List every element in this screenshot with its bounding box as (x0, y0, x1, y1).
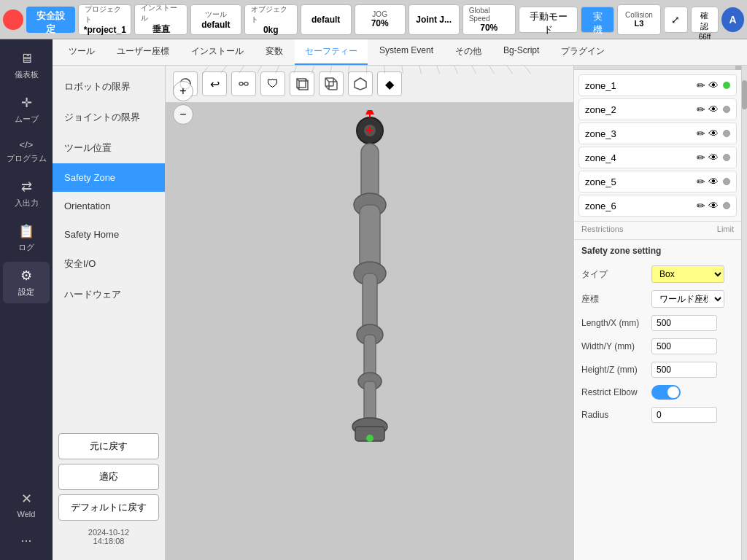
tool-undo-btn[interactable]: ↩ (202, 71, 227, 96)
sidebar-item-orientation[interactable]: Orientation (53, 192, 165, 220)
tab-tool[interactable]: ツール (58, 39, 105, 65)
zone-6-status-dot (723, 202, 730, 209)
tab-variable[interactable]: 変数 (255, 39, 293, 65)
apply-button[interactable]: 適応 (58, 464, 159, 490)
install-group[interactable]: インストール 垂直 (134, 4, 187, 35)
avatar-button[interactable]: A (721, 7, 744, 32)
sidebar-item-tool-position[interactable]: ツール位置 (53, 133, 165, 163)
object-value: 0kg (263, 25, 279, 35)
jikki-button[interactable]: 実機 (581, 7, 614, 33)
tool-cube2-btn[interactable] (319, 71, 344, 96)
project-value: *project_1 (84, 25, 126, 35)
sidebar-item-program[interactable]: </> プログラム (3, 133, 50, 170)
sidebar-item-safety-zone[interactable]: Safety Zone (53, 163, 165, 192)
sidebar-item-io[interactable]: ⇄ 入出力 (3, 173, 50, 214)
sidebar-item-safety-io[interactable]: 安全I/O (53, 249, 165, 279)
sidebar-item-safety-home[interactable]: Safety Home (53, 220, 165, 249)
fullscreen-icon[interactable]: ⤢ (664, 7, 688, 33)
tool-link-btn[interactable] (231, 71, 256, 96)
tab-other[interactable]: その他 (445, 39, 492, 65)
zoom-in-button[interactable]: + (173, 81, 193, 101)
tab-plugin[interactable]: プラグイン (551, 39, 615, 65)
sidebar-item-log[interactable]: 📋 ログ (3, 217, 50, 259)
zone-2-edit-button[interactable]: ✏ (695, 102, 707, 117)
object-group[interactable]: オブジェクト 0kg (244, 4, 298, 35)
zone-item-1: zone_1 ✏ 👁 (578, 74, 737, 96)
radius-input[interactable] (651, 407, 717, 423)
main-layout: 🖥 儀表板 ✛ ムーブ </> プログラム ⇄ 入出力 📋 ログ ⚙ 設定 ✕ … (0, 39, 747, 560)
length-input[interactable] (651, 315, 717, 331)
zone-4-eye-button[interactable]: 👁 (707, 150, 720, 165)
type-setting-row: タイプ Box (574, 262, 741, 287)
log-icon: 📋 (18, 223, 34, 239)
sidebar-item-move[interactable]: ✛ ムーブ (3, 89, 50, 131)
sidebar-item-more[interactable]: ··· (3, 527, 50, 554)
zone-6-eye-button[interactable]: 👁 (707, 198, 720, 213)
object-label: オブジェクト (251, 4, 291, 25)
vertical-scrollbar[interactable] (741, 66, 747, 560)
jog-value: 70% (371, 18, 389, 28)
radius-setting-row: Radius (574, 403, 741, 427)
restrict-elbow-toggle[interactable] (651, 385, 681, 400)
height-input[interactable] (651, 362, 717, 378)
project-label: プロジェクト (85, 4, 125, 25)
global-speed-group[interactable]: Global Speed 70% (462, 4, 516, 35)
zone-3-eye-button[interactable]: 👁 (707, 126, 720, 141)
tool-group[interactable]: ツール default (190, 4, 241, 35)
project-group[interactable]: プロジェクト *project_1 (78, 4, 131, 35)
zoom-out-button[interactable]: − (173, 104, 193, 125)
sidebar-item-dashboard[interactable]: 🖥 儀表板 (3, 45, 50, 86)
default-button[interactable]: デフォルトに戻す (58, 494, 159, 521)
zone-item-4: zone_4 ✏ 👁 (578, 147, 737, 168)
zone-5-eye-button[interactable]: 👁 (707, 174, 720, 189)
coord-select[interactable]: ワールド座標 (651, 290, 724, 308)
jog2-value: Joint J... (416, 15, 452, 25)
record-button[interactable] (3, 9, 23, 30)
sidebar-item-joint-limits[interactable]: ジョイントの限界 (53, 102, 165, 133)
jog-group[interactable]: JOG 70% (355, 4, 406, 35)
width-label: Width/Y (mm) (581, 341, 647, 351)
sidebar-item-settings[interactable]: ⚙ 設定 (3, 262, 50, 303)
zone-2-eye-button[interactable]: 👁 (707, 102, 720, 117)
zone-5-edit-button[interactable]: ✏ (695, 174, 707, 189)
tool-diamond-btn[interactable]: ◆ (377, 71, 402, 96)
more-icon: ··· (20, 533, 31, 548)
zone-1-edit-button[interactable]: ✏ (695, 78, 707, 93)
tool-cube3-btn[interactable] (348, 71, 373, 96)
viewport: ↩ 🛡 ◆ (166, 66, 573, 560)
collision-value: L3 (635, 19, 644, 28)
tab-safety[interactable]: セーフティー (295, 39, 368, 65)
tool-shield-btn[interactable]: 🛡 (260, 71, 285, 96)
jog2-group[interactable]: Joint J... (409, 4, 460, 35)
tab-bg-script[interactable]: Bg-Script (493, 39, 549, 65)
manual-mode-button[interactable]: 手動モード (519, 7, 578, 33)
tab-install[interactable]: インストール (181, 39, 254, 65)
restriction-row: Restrictions Limit (574, 221, 741, 236)
height-setting-row: Height/Z (mm) (574, 358, 741, 381)
dashboard-icon: 🖥 (20, 51, 33, 66)
sidebar-item-hardware[interactable]: ハードウェア (53, 279, 165, 310)
zone-3-edit-button[interactable]: ✏ (695, 126, 707, 141)
object2-group[interactable]: default (301, 4, 352, 35)
svg-rect-1 (239, 82, 243, 85)
topbar: 安全設定 プロジェクト *project_1 インストール 垂直 ツール def… (0, 0, 747, 39)
scrollbar-thumb[interactable] (742, 80, 747, 109)
sidebar-item-robot-limits[interactable]: ロボットの限界 (53, 71, 165, 102)
global-speed-value: 70% (480, 23, 498, 33)
zone-1-eye-button[interactable]: 👁 (707, 78, 720, 93)
tool-cube-btn[interactable] (290, 71, 314, 96)
zone-1-name: zone_1 (585, 80, 695, 91)
zone-4-edit-button[interactable]: ✏ (695, 150, 707, 165)
tab-system-event[interactable]: System Event (369, 39, 444, 65)
tab-user-coord[interactable]: ユーザー座標 (107, 39, 179, 65)
sidebar-item-weld[interactable]: ✕ Weld (3, 485, 50, 524)
zone-item-3: zone_3 ✏ 👁 (578, 122, 737, 144)
zone-6-edit-button[interactable]: ✏ (695, 198, 707, 213)
reset-button[interactable]: 元に戻す (58, 433, 159, 459)
confirm-button[interactable]: 確認66ff (691, 7, 719, 33)
safety-settings-button[interactable]: 安全設定 (26, 7, 75, 33)
width-input[interactable] (651, 338, 717, 354)
second-sidebar-bottom: 元に戻す 適応 デフォルトに戻す 2024-10-1214:18:08 (53, 427, 165, 554)
install-label: インストール (141, 3, 181, 23)
type-select[interactable]: Box (651, 265, 724, 283)
